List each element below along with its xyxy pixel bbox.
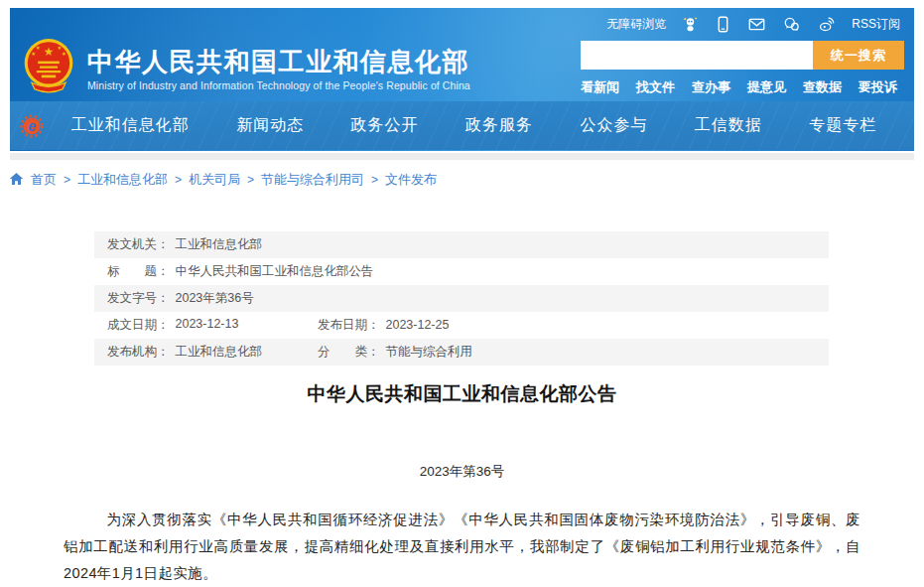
robot-assistant-icon[interactable]: ✦ ✦ [682, 16, 699, 33]
search-area: 统一搜索 看新闻 找文件 查办事 提意见 查数据 要投诉 [581, 41, 904, 96]
meta-value: 中华人民共和国工业和信息化部公告 [176, 264, 374, 278]
topbar: 无障碍浏览 ✦ ✦ [10, 8, 914, 34]
meta-value: 工业和信息化部 [176, 344, 263, 361]
nav-item-public-participation[interactable]: 公众参与 [580, 115, 647, 136]
meta-label: 标 题： [107, 264, 170, 278]
meta-value: 2023-12-13 [176, 317, 239, 334]
meta-row-doc-number: 发文字号：2023年第36号 [94, 285, 829, 312]
nav-items: 工业和信息化部 新闻动态 政务公开 政务服务 公众参与 工信数据 专题专栏 [48, 115, 900, 136]
meta-label: 发布日期： [318, 318, 380, 332]
article-doc-number: 2023年第36号 [0, 463, 924, 481]
site-title: 中华人民共和国工业和信息化部 [87, 46, 470, 77]
mail-icon[interactable] [747, 16, 766, 33]
breadcrumb: 首页 > 工业和信息化部 > 机关司局 > 节能与综合利用司 > 文件发布 [0, 160, 924, 200]
mobile-icon[interactable] [715, 16, 731, 33]
main-nav: e 工业和信息化部 新闻动态 政务公开 政务服务 公众参与 工信数据 专题专栏 [10, 101, 914, 150]
svg-text:★: ★ [31, 51, 36, 57]
site-header: 无障碍浏览 ✦ ✦ [10, 8, 914, 151]
meta-value: 2023年第36号 [176, 291, 254, 305]
meta-row-title: 标 题：中华人民共和国工业和信息化部公告 [94, 258, 829, 285]
quick-link-suggestions[interactable]: 提意见 [747, 78, 786, 96]
breadcrumb-separator: > [371, 173, 378, 187]
meta-value: 2023-12-25 [386, 318, 450, 332]
nav-item-news[interactable]: 新闻动态 [236, 115, 304, 136]
header-main: ★ ★ ★ ★ ★ 中华人民共和国工业和信息化部 Ministry of I [10, 34, 914, 101]
nav-item-special-topics[interactable]: 专题专栏 [809, 115, 876, 136]
quick-link-news[interactable]: 看新闻 [581, 78, 619, 96]
svg-text:✦: ✦ [694, 16, 698, 21]
nav-item-miit[interactable]: 工业和信息化部 [71, 115, 190, 136]
wechat-icon[interactable] [782, 16, 801, 33]
quick-link-documents[interactable]: 找文件 [636, 78, 675, 96]
e-spiral-icon: e [20, 114, 44, 138]
breadcrumb-separator: > [247, 173, 254, 187]
quick-link-data[interactable]: 查数据 [803, 78, 842, 96]
nav-item-miit-data[interactable]: 工信数据 [695, 115, 762, 136]
svg-text:e: e [28, 118, 36, 134]
page: 无障碍浏览 ✦ ✦ [0, 8, 924, 587]
meta-row-publisher-category: 发布机构：工业和信息化部 分 类：节能与综合利用 [94, 339, 829, 366]
article-paragraph: 为深入贯彻落实《中华人民共和国循环经济促进法》《中华人民共和国固体废物污染环境防… [64, 507, 860, 587]
quick-link-services[interactable]: 查办事 [692, 78, 730, 96]
quick-links: 看新闻 找文件 查办事 提意见 查数据 要投诉 [581, 78, 904, 96]
search-input[interactable] [581, 41, 813, 70]
header-shadow [10, 153, 914, 160]
breadcrumb-home[interactable]: 首页 [31, 171, 57, 189]
breadcrumb-separator: > [175, 173, 182, 187]
breadcrumb-separator: > [64, 173, 70, 187]
meta-label: 发文字号： [107, 291, 170, 305]
breadcrumb-document-release[interactable]: 文件发布 [385, 171, 437, 189]
meta-value: 节能与综合利用 [386, 345, 473, 359]
site-titles: 中华人民共和国工业和信息化部 Ministry of Industry and … [87, 46, 470, 91]
svg-text:★: ★ [57, 45, 62, 51]
rss-link[interactable]: RSS订阅 [852, 16, 900, 33]
svg-text:★: ★ [62, 51, 66, 57]
breadcrumb-departments[interactable]: 机关司局 [189, 171, 240, 189]
meta-label: 发布机构： [107, 344, 170, 361]
weibo-icon[interactable] [817, 16, 836, 33]
nav-item-gov-disclosure[interactable]: 政务公开 [351, 115, 419, 136]
site-subtitle: Ministry of Industry and Information Tec… [87, 79, 470, 91]
meta-row-issuing-authority: 发文机关：工业和信息化部 [94, 231, 829, 258]
meta-label: 分 类： [318, 345, 380, 359]
home-icon [9, 172, 24, 189]
meta-value: 工业和信息化部 [176, 237, 263, 251]
meta-row-dates: 成文日期：2023-12-13 发布日期：2023-12-25 [94, 312, 829, 339]
meta-label: 成文日期： [107, 317, 170, 334]
svg-text:★: ★ [44, 45, 54, 58]
accessibility-link[interactable]: 无障碍浏览 [606, 16, 666, 33]
logo-area: ★ ★ ★ ★ ★ 中华人民共和国工业和信息化部 Ministry of I [22, 38, 470, 99]
breadcrumb-energy-dept[interactable]: 节能与综合利用司 [261, 171, 364, 189]
article-title: 中华人民共和国工业和信息化部公告 [0, 381, 924, 407]
meta-label: 发文机关： [107, 237, 170, 251]
search-button[interactable]: 统一搜索 [813, 41, 904, 70]
nav-item-gov-services[interactable]: 政务服务 [465, 115, 533, 136]
doc-meta-table: 发文机关：工业和信息化部 标 题：中华人民共和国工业和信息化部公告 发文字号：2… [94, 231, 829, 366]
breadcrumb-miit[interactable]: 工业和信息化部 [77, 171, 168, 189]
svg-text:★: ★ [36, 45, 41, 51]
national-emblem-logo: ★ ★ ★ ★ ★ [22, 38, 75, 99]
quick-link-complaints[interactable]: 要投诉 [858, 78, 897, 96]
